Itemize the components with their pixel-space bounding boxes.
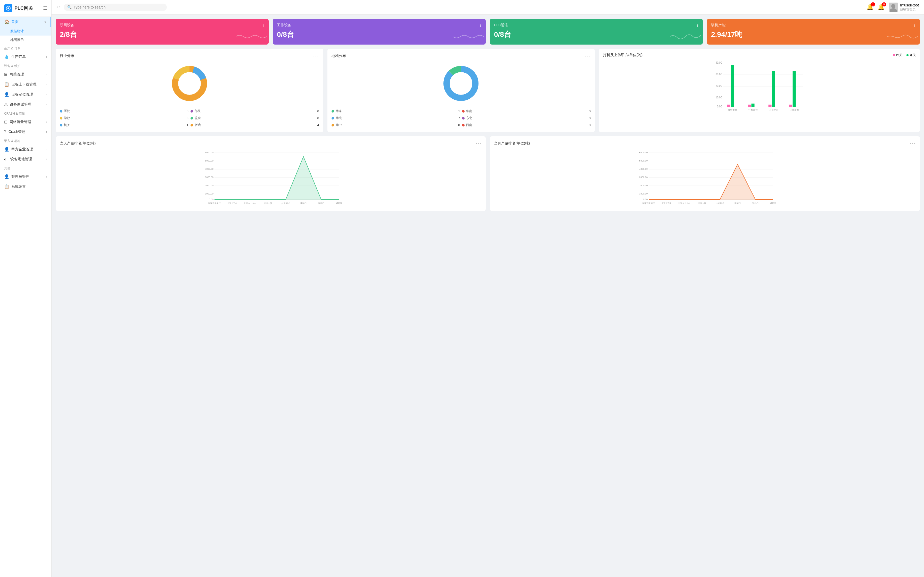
bar-chart-svg-container: 40.00 30.00 20.00 10.00 0.00 (603, 61, 916, 113)
section-label-crash: CRASH & 流量 (0, 110, 51, 117)
install-capacity-value: 2.94/17吨 (711, 30, 916, 39)
search-input[interactable] (74, 5, 163, 9)
nav-back-button[interactable]: ‹ (57, 5, 58, 10)
svg-text:北京六十六中: 北京六十六中 (678, 202, 690, 205)
svg-text:0.00: 0.00 (209, 198, 213, 201)
install-arrow: ↑ (913, 23, 916, 28)
svg-text:3000.00: 3000.00 (639, 176, 648, 179)
industry-chart-header: 行业分布 ··· (60, 53, 319, 59)
svg-text:宣武门: 宣武门 (752, 202, 759, 205)
svg-text:北京十五中: 北京十五中 (661, 202, 672, 205)
stat-card-plc: PLC通讯 0/8台 ↑ (490, 19, 703, 45)
svg-text:6000.00: 6000.00 (639, 151, 648, 154)
svg-text:打料次数: 打料次数 (748, 109, 758, 111)
svg-text:建国门: 建国门 (734, 202, 741, 205)
charts-row: 行业分布 ··· 医院 (56, 49, 920, 132)
nav-forward-button[interactable]: › (59, 5, 60, 10)
bar-today-2 (772, 71, 775, 107)
sidebar-item-device-debug[interactable]: ⚠ 设备调试管理 › (0, 100, 51, 110)
connected-wave (236, 31, 267, 42)
army-dot (191, 110, 193, 113)
home-label: 首页 (11, 19, 19, 24)
section-label-other: 其他 (0, 164, 51, 172)
svg-text:0.00: 0.00 (717, 105, 722, 108)
install-wave (887, 31, 918, 42)
sidebar-item-production-order[interactable]: 💧 生产订单 › (0, 52, 51, 62)
svg-text:20.00: 20.00 (716, 84, 722, 87)
legend-yesterday: 昨天 (893, 53, 902, 58)
monthly-chart-title: 当月产量排名/单位(吨) (494, 141, 530, 146)
nav-arrows: ‹ › (57, 5, 61, 10)
svg-text:30.00: 30.00 (716, 73, 722, 76)
bar-chart-title: 打料及上传甲方/单位(吨) (603, 53, 643, 58)
sys-settings-icon: 📋 (4, 184, 9, 189)
user-role: 超级管理员 (900, 7, 919, 11)
legend-gov: 机关 1 (60, 122, 189, 128)
crash-arrow: › (46, 130, 47, 134)
region-chart-more-button[interactable]: ··· (585, 53, 591, 59)
sidebar-item-admin-mgmt[interactable]: 👤 管理员管理 › (0, 172, 51, 182)
bar-yesterday-0 (727, 105, 730, 107)
region-legend: 华东 1 华南 0 华北 7 东北 (331, 108, 591, 128)
sidebar-item-network-flow[interactable]: ⊞ 网络流量管理 › (0, 117, 51, 127)
network-flow-arrow: › (46, 120, 47, 124)
legend-school: 学校 3 (60, 115, 189, 121)
client-icon: 👤 (4, 147, 9, 152)
daily-chart-more-button[interactable]: ··· (476, 140, 481, 146)
svg-text:北京六十六中: 北京六十六中 (244, 202, 256, 205)
hotel-dot (191, 124, 193, 126)
svg-point-10 (450, 72, 472, 95)
svg-text:5000.00: 5000.00 (639, 160, 648, 162)
industry-donut-container (60, 63, 319, 104)
bar-yesterday-1 (748, 105, 751, 107)
working-devices-value: 0/8台 (277, 30, 481, 39)
sidebar-item-device-location[interactable]: 👤 设备定位管理 › (0, 89, 51, 100)
industry-chart-title: 行业分布 (60, 53, 74, 58)
sidebar-item-venue-mgmt[interactable]: 🏷 设备场地管理 › (0, 154, 51, 164)
daily-chart-card: 当天产量排名/单位(吨) ··· 6000.00 5000.00 4000.00… (56, 136, 486, 211)
sidebar-item-home[interactable]: 🏠 首页 ∨ (0, 17, 51, 27)
sidebar-item-data-stats[interactable]: 数据统计 (0, 27, 51, 35)
prison-dot (191, 117, 193, 119)
svg-text:2000.00: 2000.00 (639, 184, 648, 187)
sidebar-item-crash-mgmt[interactable]: ? Crash管理 › (0, 127, 51, 137)
bar-today-3 (793, 71, 796, 107)
notification-bell-1[interactable]: 🔔 1 (866, 4, 874, 11)
user-details: nYuserRoot 超级管理员 (900, 3, 919, 11)
notification-bell-2[interactable]: 🔔 8 (877, 4, 885, 11)
legend-north: 华北 7 (331, 115, 460, 121)
svg-text:国家开发银行: 国家开发银行 (208, 202, 221, 205)
monthly-chart-svg-container: 6000.00 5000.00 4000.00 3000.00 2000.00 … (494, 150, 916, 207)
search-box[interactable]: 🔍 (64, 3, 167, 11)
legend-northeast: 东北 0 (462, 115, 591, 121)
header-right: 🔔 1 🔔 8 nYuserRoot 超级管理员 (866, 3, 919, 12)
sidebar-item-sys-settings[interactable]: 📋 系统设置 (0, 182, 51, 192)
svg-text:1000.00: 1000.00 (205, 192, 213, 195)
plc-wave (670, 31, 701, 42)
content-area: 联网设备 2/8台 ↑ 工作设备 0/8台 ↓ PLC通讯 0/8台 ↑ (52, 15, 924, 577)
connected-devices-title: 联网设备 (60, 23, 265, 27)
region-donut-container (331, 63, 591, 104)
daily-line (215, 156, 339, 200)
monthly-chart-more-button[interactable]: ··· (910, 140, 916, 146)
svg-point-7 (178, 72, 201, 95)
bar-chart-header: 打料及上传甲方/单位(吨) 昨天 今天 (603, 53, 916, 58)
region-chart-header: 地域分布 ··· (331, 53, 591, 59)
network-flow-icon: ⊞ (4, 119, 8, 124)
sidebar-item-map-display[interactable]: 地图展示 (0, 35, 51, 44)
sidebar-item-device-online[interactable]: 📋 设备上下线管理 › (0, 79, 51, 89)
sidebar-item-gateway-mgmt[interactable]: ⊞ 网关管理 › (0, 69, 51, 79)
sidebar-item-client-mgmt[interactable]: 👤 甲方企业管理 › (0, 144, 51, 154)
device-debug-icon: ⚠ (4, 102, 8, 107)
user-info[interactable]: nYuserRoot 超级管理员 (888, 3, 919, 12)
bar-chart-card: 打料及上传甲方/单位(吨) 昨天 今天 (599, 49, 920, 132)
svg-point-2 (891, 4, 895, 8)
legend-army: 部队 0 (191, 108, 319, 114)
avatar (888, 3, 898, 12)
bar-yesterday-3 (789, 105, 792, 107)
venue-icon: 🏷 (4, 157, 8, 161)
industry-chart-more-button[interactable]: ··· (313, 53, 319, 59)
svg-text:40.00: 40.00 (716, 61, 722, 64)
daily-chart-title: 当天产量排名/单位(吨) (60, 141, 96, 146)
menu-toggle-button[interactable]: ☰ (43, 5, 47, 11)
